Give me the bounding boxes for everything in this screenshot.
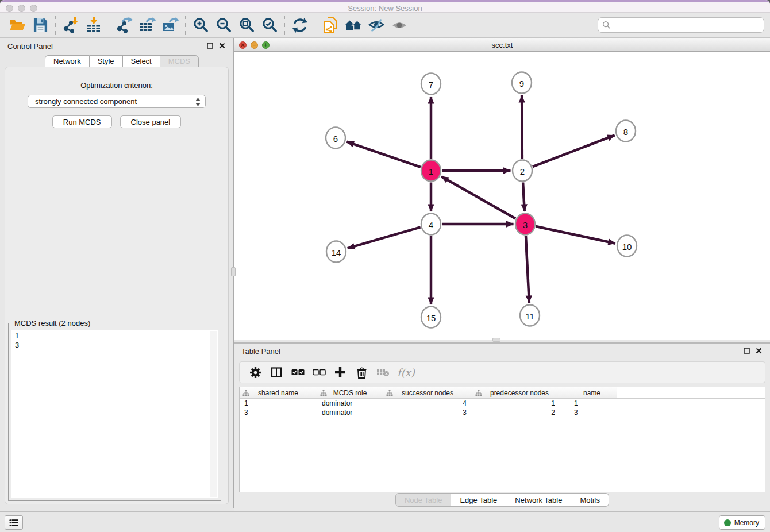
mcds-result-text[interactable]: 1 3	[11, 330, 218, 498]
close-panel-button[interactable]: Close panel	[120, 115, 182, 128]
delete-table-icon	[376, 368, 390, 377]
table-row[interactable]: 3dominator323	[240, 408, 765, 417]
export-table-button[interactable]	[136, 15, 159, 36]
run-mcds-button[interactable]: Run MCDS	[52, 115, 112, 128]
table-row[interactable]: 1dominator411	[240, 399, 765, 408]
close-panel-icon[interactable]	[756, 348, 762, 354]
import-table-button[interactable]	[82, 15, 105, 36]
zoom-in-button[interactable]	[189, 15, 212, 36]
refresh-icon	[292, 17, 308, 33]
node-3[interactable]: 3	[515, 214, 535, 235]
node-7[interactable]: 7	[421, 74, 441, 95]
tab-edge-table[interactable]: Edge Table	[451, 493, 506, 507]
table-panel-header: Table Panel	[234, 344, 770, 360]
node-15[interactable]: 15	[421, 307, 441, 328]
control-panel: Control Panel NetworkStyleSelectMCDS Opt…	[0, 38, 234, 508]
tab-node-table[interactable]: Node Table	[395, 493, 452, 507]
node-4[interactable]: 4	[421, 214, 441, 235]
delete-column-button[interactable]	[353, 364, 369, 380]
tab-motifs[interactable]: Motifs	[571, 493, 609, 507]
network-canvas[interactable]: 1234678910111415	[234, 52, 770, 340]
float-panel-icon[interactable]	[744, 348, 750, 354]
function-builder-button[interactable]: f(x)	[396, 367, 415, 379]
column-header-filler	[617, 387, 765, 398]
edge-2-8[interactable]	[533, 135, 615, 167]
export-image-button[interactable]	[159, 15, 182, 36]
memory-button[interactable]: Memory	[719, 515, 765, 530]
edge-4-14[interactable]	[348, 227, 421, 248]
node-10[interactable]: 10	[617, 236, 637, 257]
table-cell: 1	[567, 399, 617, 408]
show-panel-button[interactable]	[388, 15, 411, 36]
node-6[interactable]: 6	[326, 128, 345, 149]
task-history-button[interactable]	[5, 515, 23, 530]
zoom-out-button[interactable]	[212, 15, 235, 36]
hide-panel-button[interactable]	[365, 15, 388, 36]
close-panel-icon[interactable]	[219, 43, 225, 49]
control-panel-title: Control Panel	[7, 42, 53, 51]
edge-3-10[interactable]	[536, 226, 615, 244]
svg-text:15: 15	[426, 313, 436, 323]
export-network-button[interactable]	[113, 15, 136, 36]
float-panel-icon[interactable]	[207, 43, 213, 49]
edge-3-1[interactable]	[441, 176, 515, 218]
column-header-shared-name[interactable]: shared name	[240, 387, 317, 398]
tab-mcds[interactable]: MCDS	[160, 55, 199, 67]
table-cell: dominator	[317, 399, 383, 408]
add-column-button[interactable]	[332, 364, 348, 380]
houses-icon	[344, 18, 363, 33]
delete-table-button[interactable]	[375, 364, 391, 380]
toolbar-separator	[284, 16, 285, 35]
show-columns-button[interactable]	[268, 364, 284, 380]
open-session-button[interactable]	[6, 15, 29, 36]
edge-3-11[interactable]	[526, 236, 529, 303]
node-2[interactable]: 2	[513, 160, 532, 182]
result-scrollbar[interactable]	[210, 331, 217, 497]
optimization-criterion-select[interactable]: strongly connected component	[28, 95, 206, 108]
refresh-network-button[interactable]	[288, 15, 311, 36]
svg-text:3: 3	[523, 220, 528, 230]
column-header-successor-nodes[interactable]: successor nodes	[383, 387, 472, 398]
edge-2-3[interactable]	[523, 183, 525, 212]
home-networks-button[interactable]	[342, 15, 365, 36]
search-field[interactable]	[598, 17, 764, 33]
network-window-titlebar[interactable]: ✕ − + scc.txt	[234, 38, 770, 52]
table-cell: 1	[472, 399, 567, 408]
zoom-in-icon	[192, 17, 209, 34]
save-session-button[interactable]	[29, 15, 52, 36]
table-settings-button[interactable]	[247, 364, 263, 380]
svg-text:4: 4	[429, 220, 433, 230]
search-input[interactable]	[611, 18, 764, 32]
panel-splitter-handle[interactable]	[231, 267, 236, 276]
column-header-MCDS-role[interactable]: MCDS role	[317, 387, 383, 398]
node-9[interactable]: 9	[512, 72, 532, 94]
select-all-columns-button[interactable]	[290, 364, 306, 380]
duplicate-network-button[interactable]	[319, 15, 342, 36]
zoom-selected-button[interactable]	[258, 15, 281, 36]
edge-2-9[interactable]	[522, 95, 522, 159]
tab-network[interactable]: Network	[45, 55, 90, 67]
table-cell: 1	[240, 399, 317, 408]
import-network-button[interactable]	[59, 15, 82, 36]
node-8[interactable]: 8	[616, 121, 636, 142]
tab-network-table[interactable]: Network Table	[506, 493, 571, 507]
node-11[interactable]: 11	[520, 305, 540, 326]
zoom-fit-button[interactable]	[235, 15, 258, 36]
node-table-body: 1dominator4113dominator323	[240, 399, 765, 417]
svg-text:1: 1	[429, 167, 433, 176]
zoom-selected-icon	[261, 17, 278, 34]
tab-style[interactable]: Style	[90, 55, 123, 67]
column-header-predecessor-nodes[interactable]: predecessor nodes	[472, 387, 567, 398]
deselect-all-columns-button[interactable]	[311, 364, 327, 380]
eye-icon	[391, 19, 408, 32]
column-header-name[interactable]: name	[567, 387, 617, 398]
node-14[interactable]: 14	[326, 241, 346, 263]
table-panel-tabs: Node TableEdge TableNetwork TableMotifs	[234, 493, 770, 507]
export-image-icon	[161, 17, 179, 34]
node-1[interactable]: 1	[421, 160, 441, 182]
table-cell: dominator	[317, 408, 383, 417]
tab-select[interactable]: Select	[123, 55, 160, 67]
memory-status-dot	[724, 519, 731, 526]
view-splitter-handle[interactable]	[492, 338, 500, 342]
edge-1-6[interactable]	[347, 142, 421, 167]
